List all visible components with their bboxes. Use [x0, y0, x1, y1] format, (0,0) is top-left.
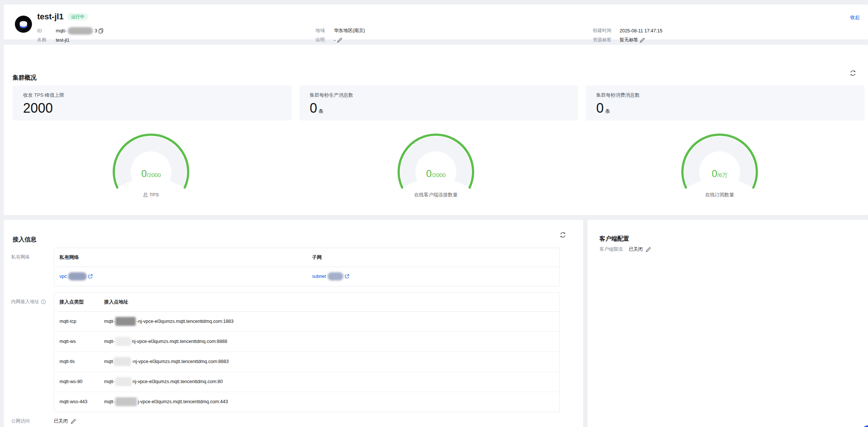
stat-card-consume-rate: 集群每秒消费消息数 0条: [586, 86, 865, 121]
external-link-icon: [345, 274, 349, 279]
vpc-column-header: 私有网络: [54, 248, 307, 267]
gauge-label: 在线客户端连接数量: [395, 192, 477, 198]
page-title: test-jl1: [37, 12, 64, 22]
client-rate-limit-value: 已关闭: [629, 246, 643, 253]
id-value-prefix: mqtt-: [56, 28, 66, 33]
overview-stats-row: 收发 TPS 峰值上限 2000 集群每秒生产消息数 0条 集群每秒消费消息数 …: [13, 86, 865, 121]
stat-value: 0: [596, 100, 604, 116]
masked-text: [68, 27, 93, 35]
created-time-label: 创建时间: [593, 28, 620, 34]
endpoint-type-column-header: 接入点类型: [54, 293, 99, 311]
gauge-total-tps: 0/2000 总 TPS: [110, 133, 192, 198]
id-value-suffix: 3: [94, 28, 97, 33]
table-row: mqtt-tls mqtt-nj-vpce-el3qumzs.mqtt.tenc…: [54, 351, 559, 372]
stat-value: 0: [310, 100, 317, 116]
endpoint-type: mqtt-wss-443: [54, 392, 99, 412]
cluster-name-row: 名称 test-jl1: [37, 35, 103, 45]
masked-text: [68, 272, 87, 280]
region-label: 地域: [315, 28, 334, 34]
vpc-field: 私有网络 私有网络 子网 vpc: [11, 248, 560, 286]
table-row: mqtt-tcp mqtt--nj-vpce-el3qumzs.mqtt.ten…: [54, 311, 559, 331]
gauge-label: 总 TPS: [110, 192, 192, 198]
client-config-card: 客户端配置 客户端限流 已关闭: [588, 220, 868, 427]
id-label: ID: [37, 28, 56, 33]
access-section-title: 接入信息: [13, 236, 36, 244]
external-link-icon: [88, 274, 93, 279]
description-value: -: [334, 38, 335, 43]
edit-pencil-icon[interactable]: [640, 38, 645, 43]
svg-text:0/2000: 0/2000: [141, 168, 161, 179]
public-access-value: 已关闭: [54, 418, 68, 424]
client-rate-limit-row: 客户端限流 已关闭: [599, 246, 651, 253]
stat-label: 集群每秒消费消息数: [596, 92, 854, 99]
cluster-header-card: 收起 test-jl1 运行中 ID mqtt-3 名称 test-jl1 地域: [4, 4, 868, 39]
table-row: mqtt-wss-443 mqtt-j-vpce-el3qumzs.mqtt.t…: [54, 392, 559, 412]
edit-pencil-icon[interactable]: [71, 419, 76, 424]
masked-text: [115, 377, 132, 386]
table-row: vpc subnet: [54, 267, 559, 286]
masked-text: [114, 357, 131, 366]
gauge-chart: 0/6万: [679, 133, 761, 189]
resource-tags-row: 资源标签 暂无标签: [593, 35, 662, 45]
overview-section-title: 集群概况: [13, 74, 36, 82]
vpc-field-label: 私有网络: [11, 248, 54, 286]
public-access-field: 公网访问 已关闭: [11, 418, 560, 424]
header-info-col-3: 创建时间 2025-08-11 17:47:15 资源标签 暂无标签: [593, 26, 662, 45]
endpoint-type: mqtt-ws: [54, 331, 99, 351]
endpoint-type: mqtt-tls: [54, 351, 99, 372]
info-circle-icon[interactable]: [41, 299, 46, 304]
endpoint-table: 接入点类型 接入点地址 mqtt-tcp mqtt--nj-vpce-el3qu…: [54, 292, 560, 412]
masked-text: [115, 337, 131, 346]
description-row: 说明 -: [315, 35, 365, 45]
gauge-label: 在线订阅数量: [679, 192, 761, 198]
endpoint-address-column-header: 接入点地址: [99, 293, 559, 311]
stat-label: 集群每秒生产消息数: [310, 92, 568, 99]
copy-icon[interactable]: [99, 28, 103, 33]
created-time-value: 2025-08-11 17:47:15: [620, 28, 662, 33]
name-label: 名称: [37, 37, 56, 43]
subnet-link[interactable]: subnet: [312, 272, 349, 280]
gauge-online-clients: 0/2000 在线客户端连接数量: [395, 133, 477, 198]
edit-pencil-icon[interactable]: [337, 38, 342, 43]
refresh-icon[interactable]: [850, 70, 856, 77]
region-row: 地域 华东地区(南京): [315, 26, 365, 35]
created-time-row: 创建时间 2025-08-11 17:47:15: [593, 26, 662, 35]
endpoint-type: mqtt-tcp: [54, 311, 99, 331]
masked-text: [328, 272, 343, 280]
stat-value: 2000: [23, 100, 53, 116]
stat-unit: 条: [605, 108, 610, 114]
vpc-table: 私有网络 子网 vpc: [54, 248, 560, 286]
resource-tags-label: 资源标签: [593, 37, 620, 43]
endpoint-field-label: 内网接入地址: [11, 292, 54, 412]
cluster-overview-card: 集群概况 收发 TPS 峰值上限 2000 集群每秒生产消息数 0条 集群每秒消…: [4, 45, 868, 215]
client-config-section-title: 客户端配置: [599, 235, 629, 243]
endpoint-type: mqtt-ws-80: [54, 372, 99, 392]
table-row: mqtt-ws mqtt-nj-vpce-el3qumzs.mqtt.tence…: [54, 331, 559, 351]
name-value: test-jl1: [56, 38, 70, 43]
stat-label: 收发 TPS 峰值上限: [23, 92, 281, 99]
refresh-icon[interactable]: [560, 232, 566, 239]
region-value: 华东地区(南京): [334, 28, 365, 34]
description-label: 说明: [315, 37, 334, 43]
masked-text: [115, 397, 137, 406]
header-info-col-1: ID mqtt-3 名称 test-jl1: [37, 26, 103, 45]
status-badge: 运行中: [67, 13, 88, 20]
public-access-label: 公网访问: [11, 418, 54, 424]
gauge-chart: 0/2000: [110, 133, 192, 189]
masked-text: [115, 317, 136, 326]
gauge-chart: 0/2000: [395, 133, 477, 189]
access-info-card: 接入信息 私有网络 私有网络 子网: [4, 220, 583, 427]
edit-pencil-icon[interactable]: [646, 247, 651, 252]
collapse-link[interactable]: 收起: [850, 14, 860, 21]
vpc-link[interactable]: vpc: [60, 272, 93, 280]
header-info-col-2: 地域 华东地区(南京) 说明 -: [315, 26, 365, 45]
stat-card-tps-limit: 收发 TPS 峰值上限 2000: [13, 86, 292, 121]
cluster-id-row: ID mqtt-3: [37, 26, 103, 35]
cluster-avatar-icon: [15, 16, 32, 33]
client-rate-limit-label: 客户端限流: [599, 246, 629, 253]
endpoint-field: 内网接入地址 接入点类型 接入点地址 mqtt-tcp: [11, 292, 560, 412]
subnet-column-header: 子网: [307, 248, 559, 267]
table-row: mqtt-ws-80 mqtt-nj-vpce-el3qumzs.mqtt.te…: [54, 372, 559, 392]
resource-tags-value: 暂无标签: [620, 37, 638, 43]
svg-text:0/6万: 0/6万: [712, 168, 728, 179]
